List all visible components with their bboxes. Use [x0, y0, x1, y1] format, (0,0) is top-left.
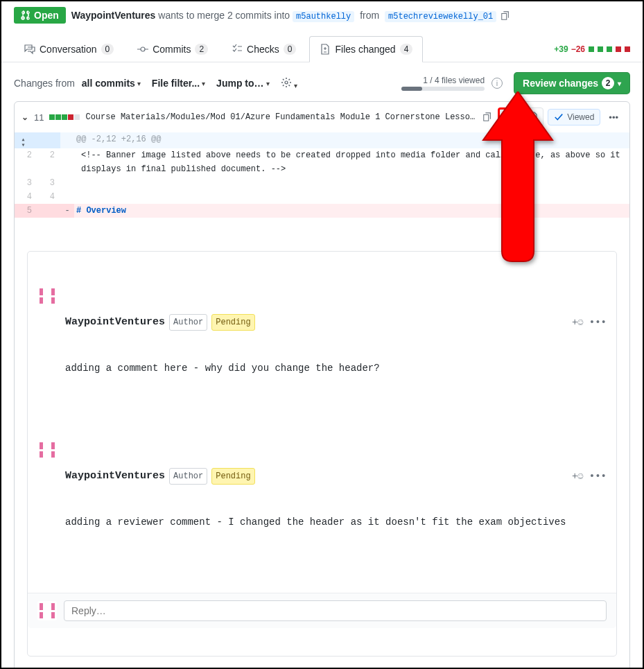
- diff-table: ▴▾@@ -2,12 +2,16 @@ 22<!-- Banner image …: [15, 132, 629, 669]
- files-viewed-count: 1 / 4: [423, 76, 439, 85]
- changes-from-dropdown[interactable]: Changes from all commits ▾: [14, 78, 141, 89]
- file-change-count: 11: [34, 112, 44, 123]
- expand-hunk-button[interactable]: ▴▾: [15, 132, 37, 148]
- comment-discussion-icon: [24, 44, 35, 55]
- diff-line: [74, 176, 629, 190]
- line-number[interactable]: 2: [37, 148, 60, 176]
- line-number[interactable]: 5: [15, 204, 37, 218]
- file-filter-dropdown[interactable]: File filter... ▾: [152, 78, 205, 89]
- checklist-icon: [232, 44, 243, 55]
- tab-conversation[interactable]: Conversation 0: [14, 36, 124, 62]
- tab-files-label: Files changed: [335, 44, 395, 55]
- tab-checks-count: 0: [284, 44, 297, 55]
- tab-checks[interactable]: Checks 0: [221, 36, 306, 62]
- review-changes-button[interactable]: Review changes 2 ▾: [514, 72, 630, 94]
- diff-stats: +39 −26: [554, 44, 630, 54]
- tab-conversation-label: Conversation: [40, 44, 97, 55]
- author-tag: Author: [169, 468, 207, 485]
- diff-settings-dropdown[interactable]: ▾: [281, 77, 298, 90]
- comment-author[interactable]: WaypointVentures: [65, 469, 165, 483]
- stat-block: [616, 46, 621, 52]
- pending-tag: Pending: [211, 314, 254, 331]
- deletions-count: −26: [571, 44, 585, 54]
- file-filter-label: File filter...: [152, 78, 200, 89]
- code-icon: [503, 112, 514, 123]
- line-number[interactable]: 4: [37, 190, 60, 204]
- comment-menu-button[interactable]: •••: [589, 469, 607, 483]
- tab-checks-label: Checks: [247, 44, 279, 55]
- viewed-label: Viewed: [567, 112, 594, 122]
- comment-body: adding a reviewer comment - I changed th…: [65, 515, 607, 529]
- tab-commits[interactable]: Commits 2: [127, 36, 218, 62]
- diff-line: [74, 190, 629, 204]
- stat-block: [625, 46, 630, 52]
- diff-sign: -: [60, 204, 74, 218]
- tab-commits-count: 2: [195, 44, 208, 55]
- add-reaction-button[interactable]: +☺: [572, 315, 584, 329]
- file-icon: [528, 112, 539, 123]
- pending-tag: Pending: [211, 468, 254, 485]
- svg-point-0: [141, 47, 145, 51]
- pr-state-text: Open: [34, 10, 59, 21]
- tab-commits-label: Commits: [153, 44, 191, 55]
- diff-line: # Overview: [74, 204, 629, 218]
- line-number[interactable]: 3: [37, 176, 60, 190]
- tab-files-count: 4: [400, 44, 413, 55]
- line-number[interactable]: 2: [15, 148, 37, 176]
- review-thread: WaypointVentures Author Pending +☺ ••• a…: [27, 251, 617, 657]
- gear-icon: [281, 77, 292, 88]
- additions-count: +39: [554, 44, 568, 54]
- review-changes-count: 2: [602, 77, 614, 89]
- pr-author[interactable]: WaypointVentures: [71, 10, 156, 21]
- collapse-file-icon[interactable]: ⌄: [21, 112, 28, 122]
- files-viewed-label: files viewed: [440, 76, 485, 85]
- avatar[interactable]: [37, 601, 57, 620]
- merge-description: WaypointVentures wants to merge 2 commit…: [71, 10, 510, 21]
- file-stat-blocks: [49, 114, 80, 120]
- svg-point-1: [285, 81, 288, 84]
- line-number[interactable]: 4: [15, 190, 37, 204]
- avatar[interactable]: [37, 440, 57, 460]
- reply-input[interactable]: [64, 600, 607, 621]
- tab-files-changed[interactable]: Files changed 4: [309, 36, 423, 62]
- hunk-header: @@ -2,12 +2,16 @@: [74, 132, 629, 148]
- from-word: from: [360, 10, 379, 21]
- compare-branch[interactable]: m5techreviewekelly_01: [385, 11, 496, 22]
- info-icon[interactable]: i: [491, 78, 503, 89]
- pr-state-badge: Open: [14, 7, 66, 24]
- avatar[interactable]: [37, 286, 57, 306]
- source-diff-toggle[interactable]: [498, 107, 519, 127]
- file-diff-icon: [320, 44, 331, 55]
- file-menu-button[interactable]: •••: [604, 111, 623, 124]
- file-path[interactable]: Course Materials/Modules/Mod 01/Azure Fu…: [85, 112, 476, 122]
- git-pull-request-icon: [21, 10, 31, 20]
- copy-path-icon[interactable]: [482, 112, 492, 122]
- jump-to-label: Jump to…: [216, 78, 263, 89]
- review-changes-label: Review changes: [523, 78, 598, 89]
- stat-block: [607, 46, 612, 52]
- git-commit-icon: [137, 44, 148, 55]
- line-number[interactable]: 3: [15, 176, 37, 190]
- tab-conversation-count: 0: [101, 44, 114, 55]
- add-reaction-button[interactable]: +☺: [572, 469, 584, 483]
- author-tag: Author: [169, 314, 207, 331]
- rich-diff-toggle[interactable]: [523, 107, 543, 127]
- copy-branch-icon[interactable]: [501, 11, 510, 21]
- changes-from-label: Changes from: [14, 78, 75, 89]
- base-branch[interactable]: m5authkelly: [293, 11, 354, 22]
- check-icon: [554, 112, 564, 122]
- merge-text: wants to merge 2 commits into: [155, 10, 293, 21]
- stat-block: [598, 46, 603, 52]
- files-viewed-progress: 1 / 4 files viewed: [401, 76, 485, 91]
- viewed-toggle[interactable]: Viewed: [548, 109, 600, 125]
- progress-bar: [401, 87, 485, 91]
- comment-menu-button[interactable]: •••: [589, 315, 607, 329]
- jump-to-dropdown[interactable]: Jump to… ▾: [216, 78, 269, 89]
- comment-author[interactable]: WaypointVentures: [65, 315, 165, 329]
- changes-from-value: all commits: [82, 78, 135, 89]
- stat-block: [589, 46, 594, 52]
- diff-line: <!-- Banner image listed above needs to …: [74, 148, 629, 176]
- comment-body: adding a comment here - why did you chan…: [65, 361, 607, 375]
